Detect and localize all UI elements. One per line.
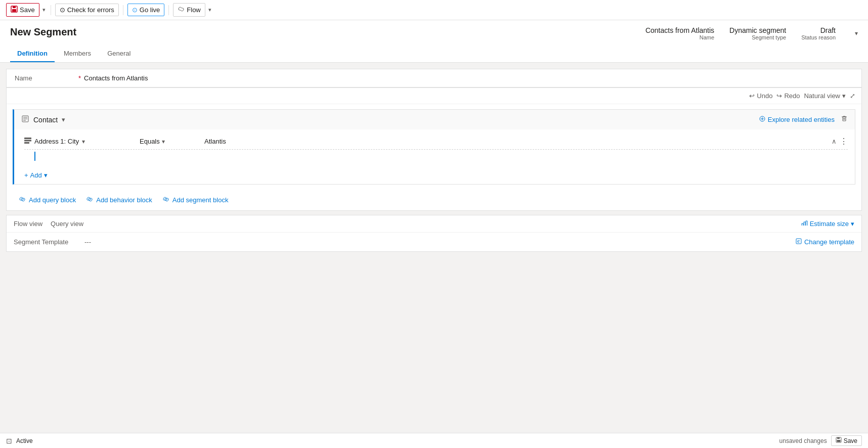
- explore-related-entities-button[interactable]: Explore related entities: [759, 115, 835, 124]
- svg-rect-19: [837, 440, 840, 442]
- contact-entity-icon: [21, 115, 29, 124]
- condition-collapse-button[interactable]: ∧: [832, 138, 837, 145]
- add-query-block-icon: [19, 196, 26, 204]
- contact-header-left: Contact ▾: [21, 115, 65, 124]
- add-behavior-block-button[interactable]: Add behavior block: [86, 196, 152, 204]
- meta-status-value: Draft: [820, 26, 836, 34]
- condition-more-button[interactable]: ⋮: [840, 137, 848, 146]
- status-active-icon: ⊡: [6, 437, 12, 445]
- flow-view-button[interactable]: Flow view: [14, 220, 42, 228]
- view-selector[interactable]: Natural view ▾: [804, 92, 846, 100]
- query-view-label: Query view: [51, 220, 83, 228]
- explore-related-label: Explore related entities: [768, 116, 835, 123]
- add-label: Add: [30, 171, 42, 179]
- estimate-size-icon: [801, 219, 808, 228]
- expand-icon: ⤢: [850, 92, 855, 100]
- tabs: Definition Members General: [10, 46, 858, 62]
- condition-field-dropdown[interactable]: ▾: [82, 138, 85, 145]
- svg-rect-16: [796, 239, 801, 244]
- redo-label: Redo: [784, 92, 800, 100]
- svg-point-15: [165, 198, 167, 200]
- page-header: New Segment Contacts from Atlantis Name …: [0, 20, 868, 63]
- flow-icon: [178, 6, 185, 14]
- name-field-value: Contacts from Atlantis: [84, 74, 148, 82]
- check-errors-label: Check for errors: [67, 6, 114, 14]
- delete-block-button[interactable]: [841, 115, 848, 124]
- add-segment-block-button[interactable]: Add segment block: [162, 196, 229, 204]
- flow-dropdown-chevron[interactable]: ▾: [207, 5, 212, 15]
- bottom-panel-views: Flow view Query view: [14, 220, 83, 228]
- meta-segment-type-value: Dynamic segment: [729, 26, 786, 34]
- view-selector-label: Natural view: [804, 92, 840, 100]
- contact-dropdown-chevron[interactable]: ▾: [62, 116, 65, 123]
- designer-area: ↩ Undo ↪ Redo Natural view ▾ ⤢: [6, 87, 862, 211]
- status-right: unsaved changes Save: [779, 435, 862, 446]
- meta-status: Draft Status reason: [801, 26, 836, 40]
- undo-icon: ↩: [749, 92, 755, 100]
- meta-expand-chevron[interactable]: ▾: [855, 30, 858, 37]
- toolbar: Save ▾ ⊙ Check for errors ⊙ Go live Flow…: [0, 0, 868, 20]
- tab-general[interactable]: General: [100, 46, 138, 62]
- svg-point-13: [21, 198, 23, 200]
- meta-segment-type-label: Segment type: [752, 34, 786, 40]
- content-area: Name * Contacts from Atlantis ↩ Undo ↪ R…: [0, 63, 868, 433]
- designer-toolbar: ↩ Undo ↪ Redo Natural view ▾ ⤢: [7, 88, 861, 104]
- add-query-block-button[interactable]: Add query block: [19, 196, 76, 204]
- add-behavior-block-label: Add behavior block: [96, 196, 152, 204]
- add-condition-row: + Add ▾: [14, 168, 855, 184]
- add-behavior-block-icon: [86, 196, 93, 204]
- undo-label: Undo: [757, 92, 772, 100]
- add-icon: +: [24, 171, 28, 179]
- tab-members[interactable]: Members: [57, 46, 98, 62]
- tab-definition-label: Definition: [17, 50, 48, 57]
- page-title: New Segment: [10, 26, 76, 38]
- expand-button[interactable]: ⤢: [850, 92, 855, 100]
- name-required-indicator: *: [78, 74, 81, 82]
- condition-field-value: Address 1: City: [34, 138, 79, 145]
- bottom-panel-template: Segment Template --- Change template: [7, 233, 861, 251]
- flow-label: Flow: [187, 6, 200, 14]
- save-status-button[interactable]: Save: [831, 435, 862, 446]
- save-status-icon: [836, 437, 842, 444]
- contact-header-right: Explore related entities: [759, 115, 848, 124]
- flow-view-label: Flow view: [14, 220, 42, 228]
- divider-1: [51, 5, 51, 15]
- meta-segment-type: Dynamic segment Segment type: [729, 26, 786, 40]
- add-condition-button[interactable]: + Add ▾: [24, 171, 48, 179]
- add-query-block-label: Add query block: [29, 196, 76, 204]
- add-segment-block-icon: [162, 196, 169, 204]
- svg-rect-10: [24, 138, 31, 139]
- condition-value: Atlantis: [204, 138, 828, 145]
- undo-button[interactable]: ↩ Undo: [749, 92, 772, 100]
- condition-area: Address 1: City ▾ Equals ▾ Atlantis ∧: [14, 129, 855, 168]
- flow-button[interactable]: Flow: [173, 3, 205, 17]
- check-errors-button[interactable]: ⊙ Check for errors: [55, 4, 119, 16]
- status-active-text: Active: [16, 437, 33, 444]
- estimate-size-button[interactable]: Estimate size ▾: [801, 219, 854, 228]
- estimate-size-chevron: ▾: [851, 220, 854, 228]
- tab-definition[interactable]: Definition: [10, 46, 55, 62]
- change-template-button[interactable]: Change template: [795, 238, 854, 246]
- tab-general-label: General: [107, 50, 131, 57]
- change-template-icon: [795, 238, 802, 246]
- redo-icon: ↪: [776, 92, 782, 100]
- check-errors-icon: ⊙: [60, 6, 65, 14]
- cursor-indicator-row: [24, 150, 848, 164]
- svg-rect-11: [24, 140, 31, 142]
- go-live-button[interactable]: ⊙ Go live: [127, 4, 164, 16]
- redo-button[interactable]: ↪ Redo: [776, 92, 800, 100]
- save-dropdown-chevron[interactable]: ▾: [41, 5, 47, 15]
- condition-field: Address 1: City ▾: [24, 138, 136, 145]
- name-row: Name * Contacts from Atlantis: [6, 69, 862, 87]
- query-view-button[interactable]: Query view: [51, 220, 83, 228]
- save-button[interactable]: Save: [6, 3, 39, 17]
- svg-rect-18: [837, 437, 840, 439]
- divider-2: [123, 5, 123, 15]
- meta-name-label: Name: [700, 34, 714, 40]
- condition-operator-dropdown[interactable]: ▾: [162, 138, 165, 145]
- save-label: Save: [20, 6, 35, 14]
- status-left: ⊡ Active: [6, 437, 33, 445]
- condition-actions: ∧ ⋮: [832, 137, 848, 146]
- svg-point-14: [89, 198, 91, 200]
- contact-block-header: Contact ▾ Explore related entities: [14, 110, 855, 129]
